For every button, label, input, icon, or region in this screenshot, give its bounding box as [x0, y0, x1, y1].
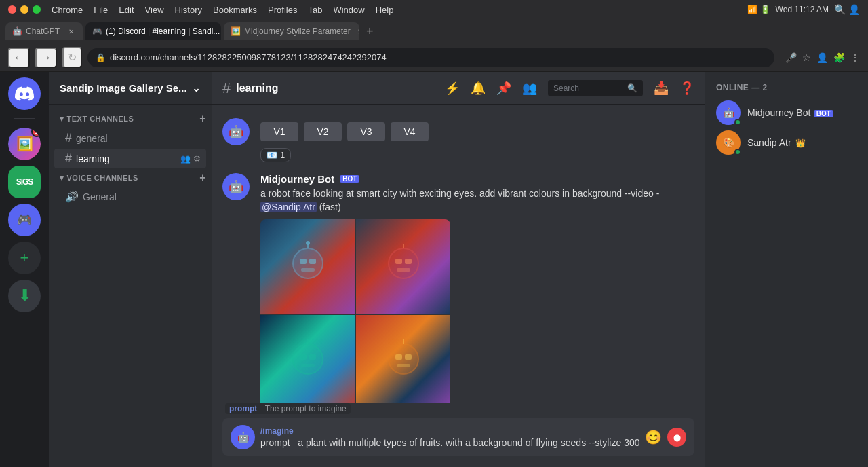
image-cell-3: [260, 315, 355, 403]
message-group-1: 🤖 V1 V2 V3 V4 📧 1: [212, 115, 705, 168]
text-channels-category[interactable]: ▾ TEXT CHANNELS +: [49, 110, 212, 128]
extensions-icon[interactable]: 🧩: [833, 52, 845, 63]
svg-point-6: [389, 248, 418, 278]
online-header: ONLINE — 2: [716, 83, 857, 92]
view-menu[interactable]: View: [145, 5, 164, 15]
prompt-desc: The prompt to imagine: [265, 404, 347, 413]
more-options-icon[interactable]: ⋮: [850, 52, 860, 63]
discord-home-icon[interactable]: [8, 77, 41, 110]
svg-point-0: [293, 248, 323, 278]
reaction-1[interactable]: 📧 1: [260, 148, 291, 162]
right-sidebar: ONLINE — 2 🤖 Midjourney Bot BOT 🎨 Sandip…: [705, 72, 868, 467]
window-menu[interactable]: Window: [333, 5, 364, 15]
tab-midjourney-close[interactable]: ✕: [357, 26, 359, 36]
v4-button-top[interactable]: V4: [391, 122, 429, 141]
v3-button-top[interactable]: V3: [347, 122, 385, 141]
tab-menu[interactable]: Tab: [308, 5, 322, 15]
channel-hash-icon: #: [222, 79, 231, 97]
v1-button-top[interactable]: V1: [260, 122, 298, 141]
image-cell-1: [260, 219, 355, 314]
add-voice-channel-icon[interactable]: +: [199, 172, 206, 184]
nav-bar: ← → ↻ 🔒 discord.com/channels/11282822500…: [0, 43, 868, 72]
channel-item-learning[interactable]: # learning 👥 ⚙: [54, 149, 206, 168]
bookmarks-menu[interactable]: Bookmarks: [213, 5, 257, 15]
emoji-button[interactable]: 😊: [645, 429, 662, 445]
svg-rect-13: [309, 354, 316, 360]
tab-midjourney[interactable]: 🖼️ Midjourney Stylize Parameter ✕: [224, 22, 359, 40]
pin-icon[interactable]: 📌: [496, 81, 511, 96]
address-bar[interactable]: 🔒 discord.com/channels/11282822500987781…: [87, 48, 774, 67]
tab-discord[interactable]: 🎮 (1) Discord | #learning | Sandi... ✕: [85, 22, 221, 40]
message-content-1: V1 V2 V3 V4 📧 1: [260, 118, 694, 165]
server-icon-1[interactable]: 🖼️ 1: [8, 128, 41, 160]
svg-rect-2: [309, 259, 316, 264]
close-window-button[interactable]: [8, 5, 16, 14]
profile-icon[interactable]: 👤: [816, 52, 828, 63]
server-icon-sigs[interactable]: SIGS: [8, 166, 41, 198]
add-server-button[interactable]: +: [8, 242, 41, 274]
app-layout: 🖼️ 1 SIGS 🎮 + ⬇ Sandip Image Gallery Se.…: [0, 72, 868, 467]
notification-icon[interactable]: 🔔: [471, 81, 486, 96]
member-info-sandip: Sandip Atr 👑: [747, 136, 806, 149]
server-notification-badge: 1: [31, 128, 41, 137]
help-menu[interactable]: Help: [376, 5, 394, 15]
server-icon-3[interactable]: 🎮: [8, 204, 41, 236]
address-text: discord.com/channels/1128282250098778123…: [110, 52, 387, 62]
server-name-header[interactable]: Sandip Image Gallery Se... ⌄: [49, 72, 212, 105]
file-menu[interactable]: File: [94, 5, 108, 15]
midjourney-favicon: 🖼️: [231, 26, 240, 36]
channel-header: # learning ⚡ 🔔 📌 👥 Search 🔍 📥 ❓: [212, 72, 705, 105]
reaction-emoji-1: 📧: [267, 150, 277, 160]
search-text: Search: [553, 83, 579, 93]
svg-rect-7: [395, 259, 402, 264]
download-icon[interactable]: ⬇: [8, 280, 41, 312]
message-text-2: a robot face looking at smart city with …: [260, 187, 694, 214]
channel-search-box[interactable]: Search 🔍: [548, 80, 643, 96]
svg-point-5: [306, 241, 310, 245]
ai-image-grid[interactable]: [260, 219, 450, 403]
threads-icon[interactable]: ⚡: [445, 81, 460, 96]
chrome-menu[interactable]: Chrome: [52, 5, 83, 15]
svg-rect-8: [405, 259, 412, 264]
channel-header-icons: ⚡ 🔔 📌 👥 Search 🔍 📥 ❓: [445, 80, 694, 96]
member-item-bot[interactable]: 🤖 Midjourney Bot BOT: [716, 98, 857, 128]
profiles-menu[interactable]: Profiles: [268, 5, 297, 15]
bookmark-icon[interactable]: ☆: [802, 52, 811, 63]
voice-collapse-icon: ▾: [60, 174, 64, 183]
robot-face-2: [356, 219, 450, 314]
member-avatar-bot: 🤖: [716, 100, 741, 125]
svg-rect-14: [301, 364, 315, 367]
voice-channel-general[interactable]: 🔊 General: [54, 187, 206, 206]
tab-chatgpt-close[interactable]: ✕: [66, 26, 76, 36]
robot-face-3: [260, 315, 355, 403]
add-channel-icon[interactable]: +: [199, 113, 206, 125]
voice-channels-category[interactable]: ▾ VOICE CHANNELS +: [49, 169, 212, 187]
maximize-window-button[interactable]: [33, 5, 41, 14]
members-list-icon[interactable]: 👥: [522, 81, 537, 96]
v2-button-top[interactable]: V2: [304, 122, 342, 141]
svg-rect-17: [395, 354, 402, 360]
channel-learning-label: learning: [76, 153, 110, 164]
chat-input-field[interactable]: [260, 437, 639, 448]
message-content-2: Midjourney Bot BOT a robot face looking …: [260, 173, 694, 403]
record-button[interactable]: ⬤: [667, 428, 686, 447]
minimize-window-button[interactable]: [20, 5, 28, 14]
messages-area: 🤖 V1 V2 V3 V4 📧 1 🤖: [212, 105, 705, 403]
system-time: 📶 🔋 Wed 11:12 AM 🔍 👤: [747, 4, 860, 15]
member-name-bot: Midjourney Bot: [747, 107, 810, 118]
back-button[interactable]: ←: [8, 48, 30, 68]
settings-icon[interactable]: ⚙: [193, 154, 201, 164]
reload-button[interactable]: ↻: [62, 47, 82, 68]
forward-button[interactable]: →: [35, 48, 57, 68]
channel-item-general[interactable]: # general: [54, 128, 206, 148]
inbox-icon[interactable]: 📥: [654, 81, 669, 96]
help-icon[interactable]: ❓: [679, 81, 694, 96]
input-container: /imagine: [260, 426, 639, 448]
edit-menu[interactable]: Edit: [119, 5, 134, 15]
member-item-sandip[interactable]: 🎨 Sandip Atr 👑: [716, 128, 857, 157]
history-menu[interactable]: History: [175, 5, 202, 15]
record-icon: ⬤: [673, 434, 681, 441]
microphone-icon[interactable]: 🎤: [785, 52, 797, 63]
new-tab-button[interactable]: +: [362, 23, 378, 40]
tab-chatgpt[interactable]: 🤖 ChatGPT ✕: [5, 22, 83, 40]
